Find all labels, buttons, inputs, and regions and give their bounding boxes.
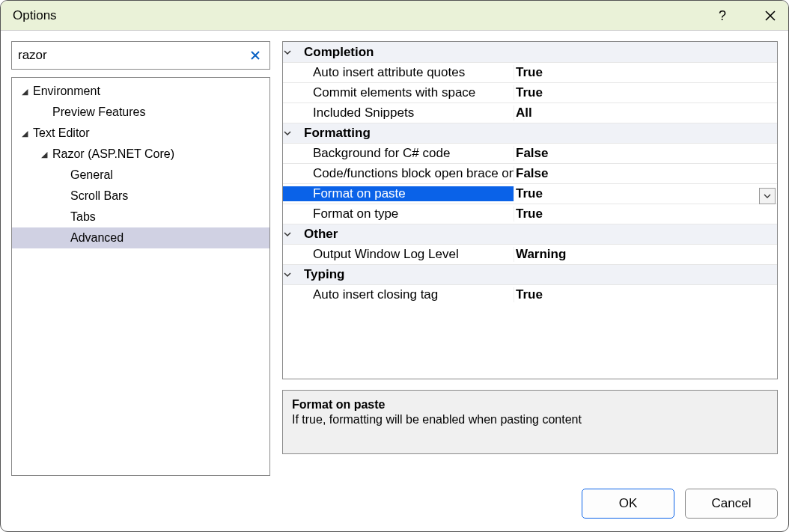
left-pane: ◢EnvironmentPreview Features◢Text Editor… <box>11 41 270 476</box>
tree-item-label: Tabs <box>70 210 96 224</box>
cancel-button[interactable]: Cancel <box>685 489 778 519</box>
property-category[interactable]: Completion <box>283 42 777 62</box>
tree-item[interactable]: ◢Environment <box>12 81 269 102</box>
tree-item-label: General <box>70 168 113 182</box>
property-value[interactable]: False <box>514 146 777 161</box>
property-name: Output Window Log Level <box>283 247 514 262</box>
description-body: If true, formatting will be enabled when… <box>292 413 768 426</box>
tree-item-label: Text Editor <box>33 126 90 140</box>
property-name: Code/functions block open brace on <box>283 166 514 181</box>
property-category-label: Other <box>304 227 338 242</box>
chevron-down-icon[interactable] <box>283 270 304 279</box>
search-input[interactable] <box>18 42 247 69</box>
tree-item-label: Preview Features <box>52 106 146 119</box>
search-box[interactable] <box>11 41 270 70</box>
options-tree[interactable]: ◢EnvironmentPreview Features◢Text Editor… <box>11 77 270 476</box>
dialog-footer: OK Cancel <box>1 486 788 531</box>
property-name: Format on paste <box>283 186 514 201</box>
content-area: ◢EnvironmentPreview Features◢Text Editor… <box>1 31 788 486</box>
tree-item-label: Razor (ASP.NET Core) <box>52 147 174 161</box>
tree-item[interactable]: ◢Text Editor <box>12 123 269 144</box>
property-row[interactable]: Format on pasteTrue <box>283 183 777 204</box>
chevron-down-icon[interactable]: ◢ <box>19 87 30 97</box>
tree-item[interactable]: Advanced <box>12 227 269 248</box>
window-title: Options <box>13 8 57 23</box>
chevron-down-icon[interactable]: ◢ <box>19 129 30 138</box>
tree-item[interactable]: Tabs <box>12 207 269 227</box>
property-row[interactable]: Code/functions block open brace onFalse <box>283 163 777 183</box>
description-title: Format on paste <box>292 398 768 412</box>
property-value[interactable]: Warning <box>514 247 777 262</box>
property-row[interactable]: Auto insert closing tagTrue <box>283 284 777 305</box>
property-value[interactable]: False <box>514 166 777 181</box>
property-category-label: Formatting <box>304 126 371 141</box>
help-icon[interactable]: ? <box>713 7 731 25</box>
right-pane: CompletionAuto insert attribute quotesTr… <box>282 41 778 476</box>
description-pane: Format on paste If true, formatting will… <box>282 390 778 454</box>
chevron-down-icon[interactable] <box>283 48 304 57</box>
dropdown-icon[interactable] <box>759 188 776 204</box>
property-row[interactable]: Format on typeTrue <box>283 204 777 224</box>
options-dialog: Options ? ◢EnvironmentPreview Features◢T… <box>0 0 789 532</box>
property-category[interactable]: Typing <box>283 264 777 284</box>
chevron-down-icon[interactable] <box>283 129 304 138</box>
ok-button[interactable]: OK <box>582 489 674 519</box>
chevron-down-icon[interactable] <box>283 230 304 239</box>
property-category[interactable]: Other <box>283 224 777 244</box>
property-value[interactable]: True <box>514 186 777 201</box>
tree-item[interactable]: Scroll Bars <box>12 186 269 207</box>
property-value[interactable]: True <box>514 207 777 221</box>
property-name: Included Snippets <box>283 106 514 120</box>
property-row[interactable]: Background for C# codeFalse <box>283 143 777 163</box>
tree-item[interactable]: General <box>12 165 269 186</box>
property-name: Background for C# code <box>283 146 514 161</box>
property-grid[interactable]: CompletionAuto insert attribute quotesTr… <box>282 41 778 379</box>
chevron-down-icon[interactable]: ◢ <box>39 150 49 159</box>
clear-search-icon[interactable] <box>247 50 263 61</box>
property-row[interactable]: Output Window Log LevelWarning <box>283 244 777 264</box>
property-category-label: Typing <box>304 267 344 282</box>
tree-item-label: Advanced <box>70 231 124 245</box>
tree-item-label: Environment <box>33 85 100 98</box>
tree-item-label: Scroll Bars <box>70 189 128 203</box>
property-name: Auto insert attribute quotes <box>283 65 514 80</box>
titlebar-controls: ? <box>713 1 779 31</box>
property-row[interactable]: Auto insert attribute quotesTrue <box>283 62 777 82</box>
property-value[interactable]: True <box>514 85 777 100</box>
property-row[interactable]: Commit elements with spaceTrue <box>283 82 777 103</box>
property-row[interactable]: Included SnippetsAll <box>283 103 777 123</box>
property-value[interactable]: All <box>514 106 777 120</box>
property-value[interactable]: True <box>514 287 777 302</box>
property-category-label: Completion <box>304 45 374 60</box>
tree-item[interactable]: ◢Razor (ASP.NET Core) <box>12 144 269 165</box>
titlebar: Options ? <box>1 1 788 31</box>
property-value[interactable]: True <box>514 65 777 80</box>
close-icon[interactable] <box>761 7 779 25</box>
property-name: Auto insert closing tag <box>283 287 514 302</box>
property-name: Commit elements with space <box>283 85 514 100</box>
property-category[interactable]: Formatting <box>283 123 777 143</box>
tree-item[interactable]: Preview Features <box>12 102 269 123</box>
property-name: Format on type <box>283 207 514 221</box>
